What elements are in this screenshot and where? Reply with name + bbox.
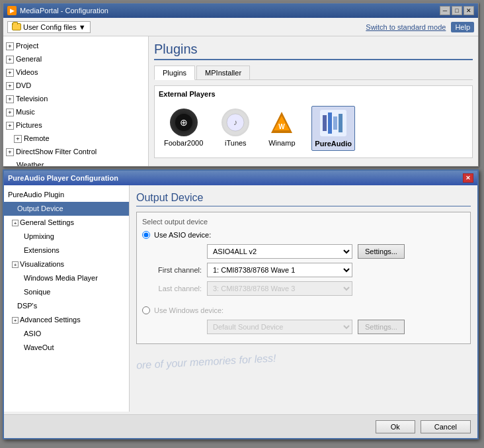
ok-label: Ok [391, 423, 400, 431]
dialog-close-button[interactable]: ✕ [463, 173, 473, 183]
asio-device-select[interactable]: ASIO4ALL v2 [207, 244, 352, 259]
sidebar-item-weather[interactable]: Weather [3, 158, 148, 166]
close-button[interactable]: ✕ [464, 6, 474, 15]
itunes-logo-icon: ♪ [226, 113, 245, 132]
expand-icon: + [6, 82, 14, 90]
sidebar-item-project[interactable]: +Project [3, 39, 148, 52]
sidebar-item-music[interactable]: +Music [3, 105, 148, 118]
title-bar-buttons: ─ □ ✕ [440, 6, 474, 15]
user-config-button[interactable]: User Config files ▼ [7, 21, 91, 33]
svg-text:⊕: ⊕ [180, 118, 188, 128]
asio-device-row: ASIO4ALL v2 Settings... [142, 244, 465, 259]
last-channel-select[interactable]: 3: CMI8738/8768 Wave 3 [207, 281, 352, 296]
windows-radio[interactable] [142, 306, 150, 314]
player-pureaudio[interactable]: PureAudio [311, 106, 355, 151]
expand-icon: + [6, 42, 14, 50]
pureaudio-icon [319, 109, 347, 137]
maximize-button[interactable]: □ [452, 6, 462, 15]
expand-icon: + [6, 148, 14, 156]
sidebar-item-directshow[interactable]: +DirectShow Filter Control [3, 145, 148, 158]
dialog-sidebar-asio[interactable]: ASIO [4, 327, 129, 341]
winamp-label: Winamp [268, 139, 295, 147]
dialog-sidebar-upmixing[interactable]: Upmixing [4, 230, 129, 244]
first-channel-row: First channel: 1: CMI8738/8768 Wave 1 [142, 263, 465, 277]
dialog-title-bar: PureAudio Player Configuration ✕ [4, 171, 477, 185]
dialog-section-title: Output Device [136, 192, 471, 206]
pureaudio-logo-icon [320, 110, 346, 136]
dialog-content: PureAudio Plugin Output Device +General … [4, 185, 477, 412]
windows-radio-label: Use Windows device: [154, 306, 223, 314]
foobar-label: Foobar2000 [164, 139, 203, 147]
dialog-sidebar-windows-media-player[interactable]: Windows Media Player [4, 271, 129, 285]
main-window: ▶ MediaPortal - Configuration ─ □ ✕ User… [3, 3, 479, 167]
sidebar-item-general[interactable]: +General [3, 52, 148, 66]
sidebar-item-dvd[interactable]: +DVD [3, 79, 148, 92]
first-channel-select[interactable]: 1: CMI8738/8768 Wave 1 [207, 263, 352, 277]
main-content: +Project +General +Videos +DVD +Televisi… [3, 36, 478, 166]
minimize-button[interactable]: ─ [440, 6, 450, 15]
cancel-button[interactable]: Cancel [421, 420, 471, 433]
windows-device-select[interactable]: Default Sound Device [207, 320, 352, 334]
ok-button[interactable]: Ok [376, 420, 415, 433]
player-foobar[interactable]: ⊕ Foobar2000 [161, 106, 206, 151]
pureaudio-dialog: PureAudio Player Configuration ✕ PureAud… [3, 169, 479, 439]
asio-radio[interactable] [142, 231, 150, 239]
dialog-sidebar-advanced-settings[interactable]: +Advanced Settings [4, 313, 129, 327]
dialog-sidebar-visualizations[interactable]: +Visualizations [4, 257, 129, 271]
svg-rect-9 [328, 112, 332, 134]
user-config-label: User Config files [23, 23, 77, 31]
group-title: Select output device [142, 218, 465, 226]
dialog-main: Output Device Select output device Use A… [130, 185, 477, 412]
last-channel-row: Last channel: 3: CMI8738/8768 Wave 3 [142, 281, 465, 296]
dialog-sidebar: PureAudio Plugin Output Device +General … [4, 185, 130, 412]
windows-radio-row: Use Windows device: [142, 306, 465, 314]
dialog-footer: Ok Cancel [4, 414, 477, 438]
player-itunes[interactable]: ♪ iTunes [219, 106, 252, 151]
tab-plugins[interactable]: Plugins [154, 66, 195, 80]
asio-radio-row: Use ASIO device: [142, 231, 465, 239]
expand-icon: + [6, 69, 14, 77]
title-bar-left: ▶ MediaPortal - Configuration [7, 6, 108, 15]
windows-settings-button[interactable]: Settings... [358, 320, 405, 334]
watermark-text: ore of your memories for less! [136, 352, 276, 371]
expand-icon: + [6, 56, 14, 64]
pureaudio-label: PureAudio [315, 140, 352, 148]
main-window-title: MediaPortal - Configuration [20, 7, 108, 15]
sidebar-item-remote[interactable]: +Remote [3, 132, 148, 145]
expand-icon: + [6, 95, 14, 103]
sidebar-item-videos[interactable]: +Videos [3, 66, 148, 79]
foobar-icon: ⊕ [170, 109, 198, 136]
dialog-sidebar-sonique[interactable]: Sonique [4, 285, 129, 299]
svg-rect-8 [323, 115, 327, 131]
expand-icon: + [14, 135, 22, 143]
plugins-title: Plugins [154, 42, 473, 60]
sidebar-item-pictures[interactable]: +Pictures [3, 118, 148, 132]
first-channel-label: First channel: [142, 266, 202, 274]
windows-device-row: Default Sound Device Settings... [142, 320, 465, 334]
dropdown-arrow-icon: ▼ [79, 23, 86, 31]
sidebar-item-television[interactable]: +Television [3, 92, 148, 105]
dialog-sidebar-waveout[interactable]: WaveOut [4, 341, 129, 355]
asio-settings-button[interactable]: Settings... [358, 244, 405, 259]
dialog-sidebar-output-device[interactable]: Output Device [4, 202, 129, 216]
players-grid: ⊕ Foobar2000 ♪ iTunes [159, 103, 468, 154]
dialog-sidebar-general-settings[interactable]: +General Settings [4, 216, 129, 230]
svg-text:♪: ♪ [233, 118, 237, 127]
main-sidebar: +Project +General +Videos +DVD +Televisi… [3, 36, 149, 166]
windows-settings-label: Settings... [365, 323, 397, 331]
external-players-title: External Players [159, 90, 468, 98]
foobar-logo-icon: ⊕ [175, 113, 193, 132]
winamp-icon: W [268, 109, 296, 136]
help-button[interactable]: Help [451, 22, 474, 32]
expand-icon: + [12, 261, 19, 268]
player-winamp[interactable]: W Winamp [265, 106, 298, 151]
svg-text:W: W [279, 123, 286, 130]
dialog-sidebar-extensions[interactable]: Extensions [4, 244, 129, 257]
dialog-sidebar-dsps[interactable]: DSP's [4, 299, 129, 313]
switch-mode-label[interactable]: Switch to standard mode [366, 23, 446, 31]
app-icon: ▶ [7, 6, 17, 15]
tab-mpinstaller[interactable]: MPInstaller [196, 66, 250, 79]
main-toolbar: User Config files ▼ Switch to standard m… [3, 18, 478, 36]
plugins-area: Plugins Plugins MPInstaller External Pla… [149, 36, 478, 166]
dialog-sidebar-pureaudio-plugin[interactable]: PureAudio Plugin [4, 188, 129, 202]
